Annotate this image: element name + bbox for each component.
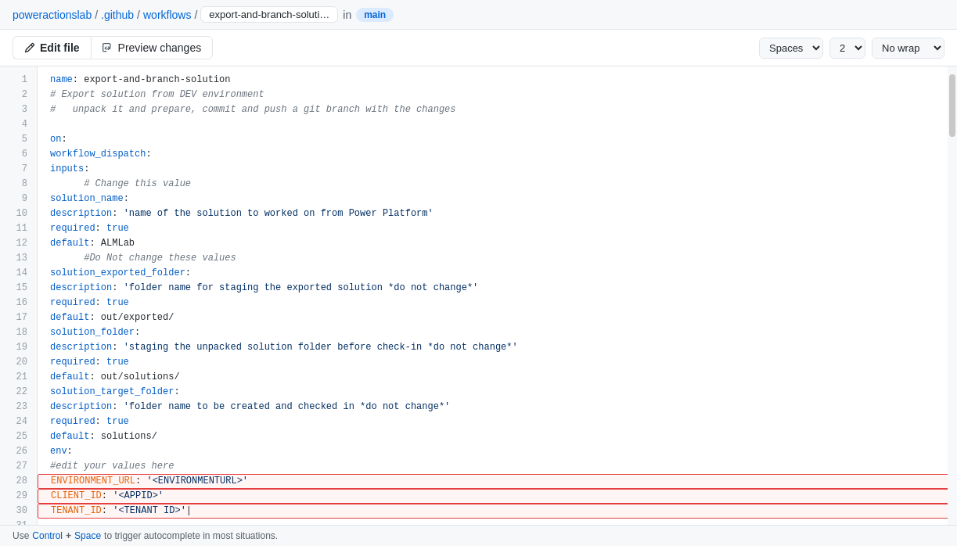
line-number: 12 (0, 236, 37, 251)
line-number: 25 (0, 429, 37, 444)
line-number: 3 (0, 102, 37, 117)
spaces-control[interactable]: Spaces Tabs (759, 38, 823, 59)
indent-control[interactable]: 2 4 8 (829, 38, 865, 59)
code-line[interactable]: on: (38, 132, 957, 147)
preview-changes-tab[interactable]: Preview changes (91, 36, 214, 59)
breadcrumb-sep1: / (95, 9, 98, 21)
code-line[interactable]: TENANT_ID: '<TENANT ID>'| (38, 504, 957, 519)
line-number: 20 (0, 355, 37, 370)
code-line[interactable]: description: 'folder name to be created … (38, 400, 957, 415)
code-line[interactable]: description: 'staging the unpacked solut… (38, 340, 957, 355)
line-number: 28 (0, 474, 37, 489)
line-number: 8 (0, 177, 37, 192)
line-number: 29 (0, 489, 37, 504)
line-number: 2 (0, 88, 37, 102)
breadcrumb: poweractionslab / .github / workflows / … (0, 0, 957, 30)
scrollbar-track[interactable] (948, 66, 957, 525)
line-number: 18 (0, 325, 37, 340)
line-number: 23 (0, 400, 37, 415)
code-line[interactable]: inputs: (38, 162, 957, 177)
status-text: Use (13, 530, 29, 541)
code-line[interactable] (38, 117, 957, 132)
line-number: 6 (0, 147, 37, 162)
indent-select[interactable]: 2 4 8 (830, 38, 865, 58)
code-area[interactable]: name: export-and-branch-solution# Export… (38, 66, 957, 525)
line-number: 7 (0, 162, 37, 177)
line-numbers: 1234567891011121314151617181920212223242… (0, 66, 38, 525)
code-line[interactable]: # unpack it and prepare, commit and push… (38, 102, 957, 117)
code-line[interactable]: ENVIRONMENT_URL: '<ENVIRONMENTURL>' (38, 474, 957, 489)
code-line[interactable]: # Export solution from DEV environment (38, 88, 957, 102)
status-key1: Control (32, 530, 63, 541)
preview-changes-label: Preview changes (118, 41, 202, 54)
code-line[interactable]: # Change this value (38, 177, 957, 192)
line-number: 5 (0, 132, 37, 147)
breadcrumb-file: export-and-branch-soluti… (200, 6, 338, 23)
breadcrumb-org[interactable]: poweractionslab (13, 9, 92, 21)
breadcrumb-repo[interactable]: .github (101, 9, 134, 21)
toolbar-controls: Spaces Tabs 2 4 8 No wrap Soft wrap (759, 38, 944, 59)
line-number: 17 (0, 311, 37, 325)
breadcrumb-in: in (343, 9, 351, 21)
status-rest: to trigger autocomplete in most situatio… (104, 530, 278, 541)
code-line[interactable]: solution_target_folder: (38, 385, 957, 400)
toolbar: Edit file Preview changes Spaces Tabs 2 … (0, 30, 957, 66)
line-number: 16 (0, 296, 37, 311)
breadcrumb-sep2: / (137, 9, 140, 21)
line-number: 11 (0, 221, 37, 236)
line-number: 31 (0, 519, 37, 525)
status-key2: Space (74, 530, 101, 541)
scrollbar-thumb[interactable] (949, 74, 955, 137)
preview-icon (103, 42, 113, 53)
code-line[interactable]: required: true (38, 296, 957, 311)
toolbar-tabs: Edit file Preview changes (13, 36, 213, 59)
code-line[interactable]: #edit your values here (38, 459, 957, 474)
code-line[interactable]: solution_name: (38, 192, 957, 206)
line-number: 30 (0, 504, 37, 519)
line-number: 4 (0, 117, 37, 132)
line-number: 22 (0, 385, 37, 400)
code-line[interactable]: default: solutions/ (38, 429, 957, 444)
code-line[interactable] (38, 519, 957, 525)
edit-icon (24, 42, 35, 53)
code-line[interactable]: solution_exported_folder: (38, 266, 957, 281)
code-line[interactable]: #Do Not change these values (38, 251, 957, 266)
code-line[interactable]: default: out/solutions/ (38, 370, 957, 385)
line-number: 27 (0, 459, 37, 474)
code-line[interactable]: default: ALMLab (38, 236, 957, 251)
code-line[interactable]: solution_folder: (38, 325, 957, 340)
code-line[interactable]: env: (38, 444, 957, 459)
status-plus: + (66, 530, 71, 541)
wrap-control[interactable]: No wrap Soft wrap (872, 38, 944, 59)
spaces-select[interactable]: Spaces Tabs (760, 38, 822, 58)
code-line[interactable]: description: 'folder name for staging th… (38, 281, 957, 296)
code-line[interactable]: CLIENT_ID: '<APPID>' (38, 489, 957, 504)
line-number: 24 (0, 415, 37, 429)
line-number: 14 (0, 266, 37, 281)
line-number: 21 (0, 370, 37, 385)
code-line[interactable]: default: out/exported/ (38, 311, 957, 325)
code-line[interactable]: required: true (38, 355, 957, 370)
breadcrumb-sep3: / (194, 9, 197, 21)
edit-file-tab[interactable]: Edit file (13, 36, 91, 59)
line-number: 15 (0, 281, 37, 296)
editor-container: 1234567891011121314151617181920212223242… (0, 66, 957, 525)
code-line[interactable]: required: true (38, 221, 957, 236)
line-number: 1 (0, 73, 37, 88)
line-number: 9 (0, 192, 37, 206)
line-number: 19 (0, 340, 37, 355)
line-number: 13 (0, 251, 37, 266)
code-line[interactable]: workflow_dispatch: (38, 147, 957, 162)
code-line[interactable]: required: true (38, 415, 957, 429)
breadcrumb-dir[interactable]: workflows (143, 9, 191, 21)
status-bar: Use Control + Space to trigger autocompl… (0, 525, 957, 546)
breadcrumb-branch[interactable]: main (356, 8, 394, 22)
code-line[interactable]: description: 'name of the solution to wo… (38, 206, 957, 221)
wrap-select[interactable]: No wrap Soft wrap (872, 38, 944, 58)
line-number: 10 (0, 206, 37, 221)
edit-file-label: Edit file (40, 41, 80, 54)
code-line[interactable]: name: export-and-branch-solution (38, 73, 957, 88)
line-number: 26 (0, 444, 37, 459)
